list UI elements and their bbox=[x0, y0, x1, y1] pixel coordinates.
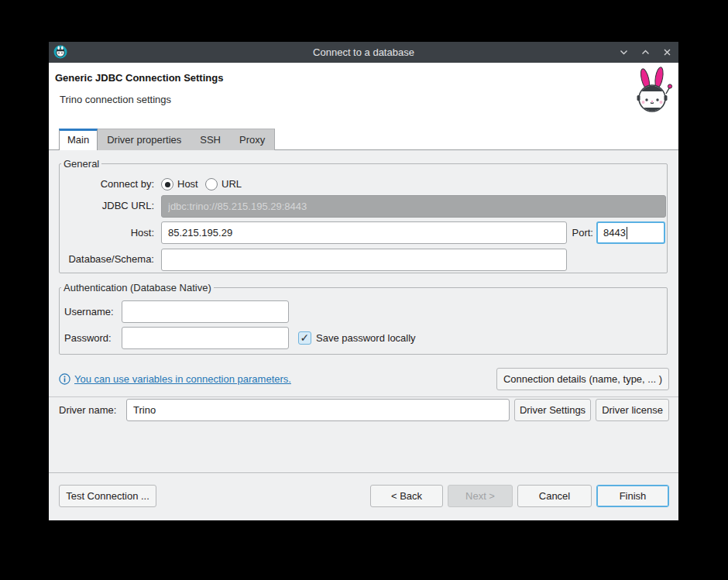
page-subtitle: Trino connection settings bbox=[60, 94, 171, 105]
driver-name-label: Driver name: bbox=[59, 403, 116, 418]
host-label: Host: bbox=[60, 225, 154, 241]
username-label: Username: bbox=[64, 304, 114, 320]
username-input[interactable] bbox=[122, 300, 289, 323]
tab-driver-properties[interactable]: Driver properties bbox=[98, 129, 191, 150]
driver-name-field bbox=[126, 399, 510, 421]
port-input[interactable]: 8443 bbox=[596, 221, 665, 244]
info-icon bbox=[59, 373, 70, 385]
finish-button[interactable]: Finish bbox=[596, 485, 669, 507]
database-label: Database/Schema: bbox=[60, 252, 154, 267]
next-button: Next > bbox=[448, 485, 513, 507]
dialog-header: Generic JDBC Connection Settings Trino c… bbox=[49, 63, 678, 150]
port-label: Port: bbox=[559, 225, 593, 241]
authentication-group: Authentication (Database Native) Usernam… bbox=[59, 287, 668, 355]
port-value: 8443 bbox=[603, 227, 626, 239]
tab-proxy[interactable]: Proxy bbox=[230, 129, 274, 150]
jdbc-url-label: JDBC URL: bbox=[60, 198, 154, 214]
driver-settings-button[interactable]: Driver Settings bbox=[514, 399, 591, 421]
jdbc-url-input bbox=[161, 195, 666, 218]
radio-host[interactable] bbox=[161, 178, 173, 190]
save-password-checkbox[interactable] bbox=[298, 331, 311, 345]
general-group-label: General bbox=[61, 158, 101, 170]
password-input[interactable] bbox=[122, 327, 289, 349]
inactive-tabs: Driver properties SSH Proxy bbox=[98, 129, 275, 150]
save-password-label[interactable]: Save password locally bbox=[316, 331, 416, 346]
connect-by-label: Connect by: bbox=[60, 177, 154, 192]
host-input[interactable] bbox=[161, 221, 567, 244]
text-caret bbox=[627, 227, 627, 239]
password-label: Password: bbox=[64, 331, 112, 346]
window-controls bbox=[618, 42, 672, 63]
separator bbox=[49, 472, 678, 473]
radio-url[interactable] bbox=[205, 178, 218, 190]
app-icon bbox=[53, 45, 67, 59]
trino-mascot-icon bbox=[633, 66, 673, 117]
authentication-group-label: Authentication (Database Native) bbox=[61, 282, 214, 293]
tab-bar: Main Driver properties SSH Proxy bbox=[59, 129, 275, 150]
close-icon[interactable] bbox=[661, 47, 672, 58]
driver-license-button[interactable]: Driver license bbox=[596, 399, 669, 421]
test-connection-button[interactable]: Test Connection ... bbox=[59, 485, 156, 507]
separator bbox=[49, 396, 678, 397]
database-input[interactable] bbox=[161, 249, 567, 271]
connection-details-button[interactable]: Connection details (name, type, ... ) bbox=[496, 368, 669, 390]
tab-ssh[interactable]: SSH bbox=[191, 129, 230, 150]
minimize-icon[interactable] bbox=[618, 47, 629, 58]
back-button[interactable]: < Back bbox=[370, 485, 443, 507]
window-title: Connect to a database bbox=[49, 46, 678, 58]
variables-link[interactable]: You can use variables in connection para… bbox=[74, 373, 291, 385]
page-title: Generic JDBC Connection Settings bbox=[55, 72, 223, 84]
connect-database-dialog: Connect to a database Generic JDBC Conne… bbox=[49, 42, 678, 520]
general-group: General Connect by: Host URL JDBC URL: H… bbox=[59, 163, 668, 273]
radio-url-label[interactable]: URL bbox=[221, 177, 242, 192]
tab-main[interactable]: Main bbox=[59, 129, 98, 150]
cancel-button[interactable]: Cancel bbox=[517, 485, 592, 507]
titlebar: Connect to a database bbox=[49, 42, 678, 63]
radio-host-label[interactable]: Host bbox=[177, 177, 198, 192]
maximize-icon[interactable] bbox=[640, 47, 651, 58]
